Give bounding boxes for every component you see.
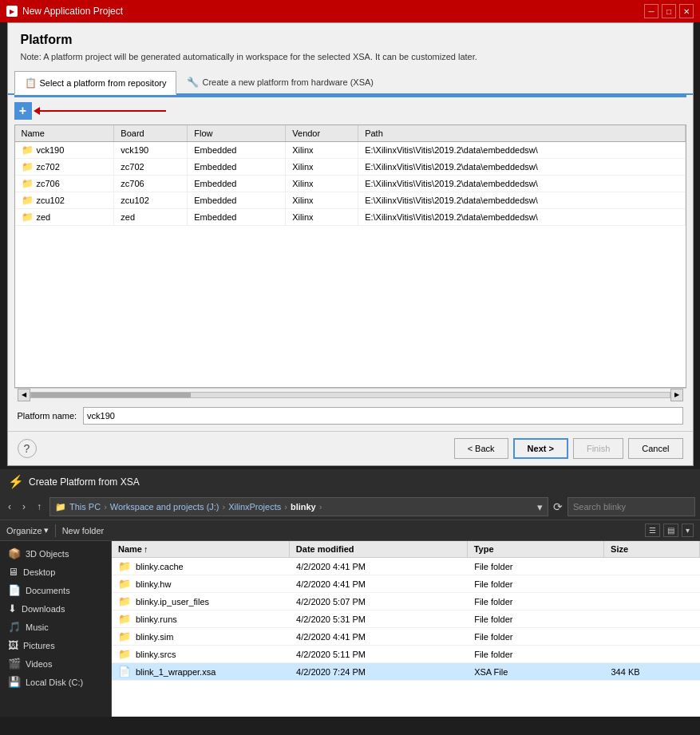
table-row[interactable]: 📁zc706 zc706 Embedded Xilinx E:\XilinxVi… (15, 176, 686, 192)
file-list-body: 📁blinky.cache 4/2/2020 4:41 PM File fold… (112, 558, 700, 681)
hardware-icon: 🔧 (187, 77, 199, 88)
view-details-button[interactable]: ▤ (663, 524, 678, 537)
table-row[interactable]: 📁vck190 vck190 Embedded Xilinx E:\Xilinx… (15, 142, 686, 159)
file-list: Name ↑ Date modified Type Size 📁blinky.c… (112, 541, 700, 717)
finish-button[interactable]: Finish (573, 438, 623, 459)
dialog-note: Note: A platform project will be generat… (21, 52, 680, 61)
file-row[interactable]: 📁blinky.hw 4/2/2020 4:41 PM File folder (112, 575, 700, 593)
sidebar-item-videos[interactable]: 🎬Videos (0, 654, 111, 673)
cell-flow: Embedded (188, 192, 286, 209)
sidebar-icon: 🎬 (8, 658, 21, 670)
scroll-right-arrow[interactable]: ▶ (670, 389, 683, 401)
sidebar-item-documents[interactable]: 📄Documents (0, 581, 111, 599)
minimize-button[interactable]: ─ (644, 4, 658, 18)
cancel-button[interactable]: Cancel (628, 438, 682, 459)
file-date: 4/2/2020 4:41 PM (290, 577, 468, 591)
breadcrumb-xilinxprojects[interactable]: XilinxProjects (228, 502, 281, 512)
scroll-thumb[interactable] (31, 393, 191, 397)
maximize-button[interactable]: □ (662, 4, 676, 18)
col-header-date[interactable]: Date modified (290, 541, 468, 557)
cell-flow: Embedded (188, 209, 286, 226)
col-header-name[interactable]: Name ↑ (112, 541, 290, 557)
view-list-button[interactable]: ☰ (645, 524, 660, 537)
platform-name-label: Platform name: (18, 411, 77, 421)
file-row[interactable]: 📁blinky.runs 4/2/2020 5:31 PM File folde… (112, 611, 700, 628)
cell-path: E:\XilinxVitis\Vitis\2019.2\data\embedde… (358, 209, 685, 226)
table-row[interactable]: 📁zed zed Embedded Xilinx E:\XilinxVitis\… (15, 209, 686, 226)
sidebar-item-local-disk--c--[interactable]: 💾Local Disk (C:) (0, 673, 111, 691)
platform-table-container[interactable]: Name Board Flow Vendor Path 📁vck190 vck1… (14, 124, 686, 388)
tab-hardware[interactable]: 🔧 Create a new platform from hardware (X… (176, 71, 384, 93)
cell-flow: Embedded (188, 142, 286, 159)
help-button[interactable]: ? (18, 439, 37, 458)
breadcrumb-this-pc[interactable]: This PC (69, 502, 101, 512)
title-bar-controls[interactable]: ─ □ ✕ (644, 4, 694, 18)
sidebar-item-pictures[interactable]: 🖼Pictures (0, 636, 111, 654)
new-folder-button[interactable]: New folder (62, 526, 105, 535)
add-platform-button[interactable]: + (14, 102, 32, 120)
sidebar-item-music[interactable]: 🎵Music (0, 618, 111, 636)
title-bar-left: New Application Project (6, 6, 123, 17)
file-row[interactable]: 📁blinky.srcs 4/2/2020 5:11 PM File folde… (112, 646, 700, 663)
organize-arrow: ▾ (44, 525, 49, 535)
table-header-row: Name Board Flow Vendor Path (15, 125, 686, 142)
sidebar-item-3d-objects[interactable]: 📦3D Objects (0, 544, 111, 563)
col-header-vendor[interactable]: Vendor (286, 125, 358, 142)
cell-board: vck190 (114, 142, 188, 159)
scroll-track[interactable] (30, 392, 670, 398)
folder-icon: 📁 (118, 613, 131, 625)
sidebar-icon: 💾 (8, 676, 21, 688)
nav-forward-button[interactable]: › (19, 500, 29, 514)
table-row[interactable]: 📁zc702 zc702 Embedded Xilinx E:\XilinxVi… (15, 159, 686, 176)
platform-name-input[interactable] (83, 407, 682, 425)
file-row[interactable]: 📄blink_1_wrapper.xsa 4/2/2020 7:24 PM XS… (112, 663, 700, 681)
sidebar-item-desktop[interactable]: 🖥Desktop (0, 563, 111, 581)
col-header-type[interactable]: Type (468, 541, 604, 557)
organize-button[interactable]: Organize ▾ (6, 525, 49, 535)
breadcrumb-workspace[interactable]: Workspace and projects (J:) (110, 502, 219, 512)
file-date: 4/2/2020 5:07 PM (290, 595, 468, 609)
tab-repository[interactable]: 📋 Select a platform from repository (14, 71, 177, 95)
file-date: 4/2/2020 4:41 PM (290, 559, 468, 574)
sidebar-item-label: Videos (26, 659, 52, 669)
breadcrumb-bar: 📁 This PC › Workspace and projects (J:) … (49, 497, 548, 516)
sidebar-item-downloads[interactable]: ⬇Downloads (0, 599, 111, 618)
file-type: XSA File (468, 665, 604, 679)
col-header-flow[interactable]: Flow (188, 125, 286, 142)
dialog-header: Platform Note: A platform project will b… (8, 23, 693, 65)
cell-vendor: Xilinx (286, 209, 358, 226)
file-row[interactable]: 📁blinky.cache 4/2/2020 4:41 PM File fold… (112, 558, 700, 575)
scroll-left-arrow[interactable]: ◀ (18, 389, 30, 401)
back-button[interactable]: < Back (454, 438, 508, 459)
breadcrumb-dropdown-button[interactable]: ▾ (537, 501, 543, 513)
file-size: 344 KB (604, 665, 700, 679)
file-row[interactable]: 📁blinky.sim 4/2/2020 4:41 PM File folder (112, 628, 700, 646)
file-size (604, 564, 700, 569)
search-input[interactable] (568, 497, 695, 516)
file-row[interactable]: 📁blinky.ip_user_files 4/2/2020 5:07 PM F… (112, 593, 700, 611)
file-size (604, 634, 700, 639)
cell-name: 📁vck190 (15, 142, 114, 159)
file-date: 4/2/2020 5:11 PM (290, 647, 468, 662)
table-row[interactable]: 📁zcu102 zcu102 Embedded Xilinx E:\Xilinx… (15, 192, 686, 209)
col-header-size[interactable]: Size (604, 541, 700, 557)
folder-icon: 📁 (55, 502, 66, 512)
view-more-button[interactable]: ▾ (682, 524, 694, 537)
cell-board: zc706 (114, 176, 188, 192)
col-header-board[interactable]: Board (114, 125, 188, 142)
horizontal-scrollbar[interactable]: ◀ ▶ (14, 388, 686, 401)
close-button[interactable]: ✕ (679, 4, 694, 18)
nav-back-button[interactable]: ‹ (5, 500, 14, 514)
tab-hardware-label: Create a new platform from hardware (XSA… (202, 77, 374, 87)
nav-up-button[interactable]: ↑ (34, 500, 45, 514)
file-name: 📁blinky.sim (112, 628, 290, 645)
col-header-path[interactable]: Path (358, 125, 685, 142)
col-header-name[interactable]: Name (15, 125, 114, 142)
folder-icon: 📁 (118, 560, 131, 572)
next-button[interactable]: Next > (513, 438, 568, 459)
sidebar-icon: 📦 (8, 547, 21, 559)
file-type: File folder (468, 647, 604, 662)
sidebar-icon: ⬇ (8, 603, 17, 614)
explorer-title-bar: ⚡ Create Platform from XSA (0, 469, 700, 494)
refresh-button[interactable]: ⟳ (553, 500, 563, 513)
